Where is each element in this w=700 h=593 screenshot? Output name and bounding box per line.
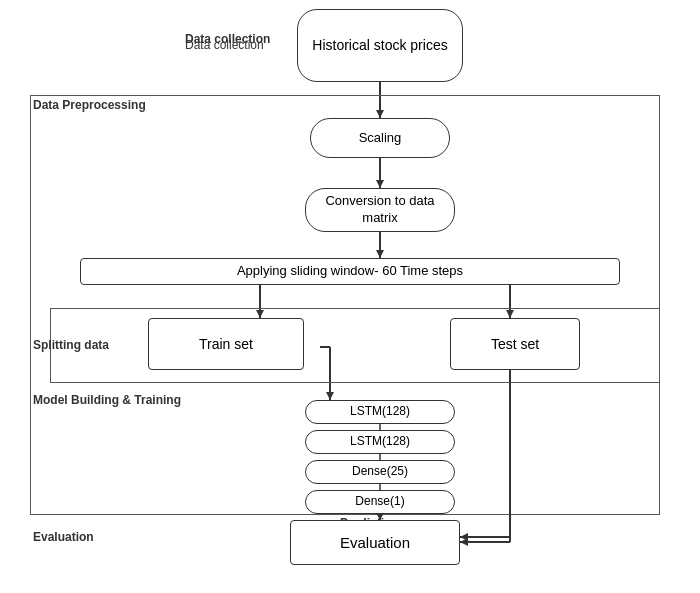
conversion-box: Conversion to data matrix	[305, 188, 455, 232]
diagram-container: Data collection Historical stock prices …	[0, 0, 700, 593]
data-preprocessing-label: Data Preprocessing	[33, 98, 146, 112]
test-set-box: Test set	[450, 318, 580, 370]
splitting-label: Splitting data	[33, 338, 109, 352]
historical-box: Historical stock prices	[297, 9, 463, 82]
scaling-box: Scaling	[310, 118, 450, 158]
svg-marker-15	[460, 533, 468, 541]
sliding-window-box: Applying sliding window- 60 Time steps	[80, 258, 620, 285]
dense2-box: Dense(1)	[305, 490, 455, 514]
lstm2-box: LSTM(128)	[305, 430, 455, 454]
evaluation-section-label: Evaluation	[33, 530, 94, 544]
svg-marker-26	[460, 538, 468, 546]
dense1-box: Dense(25)	[305, 460, 455, 484]
data-collection-label-2: Data collection	[185, 38, 264, 52]
evaluation-box: Evaluation	[290, 520, 460, 565]
train-set-box: Train set	[148, 318, 304, 370]
lstm1-box: LSTM(128)	[305, 400, 455, 424]
model-building-label: Model Building & Training	[33, 393, 181, 407]
